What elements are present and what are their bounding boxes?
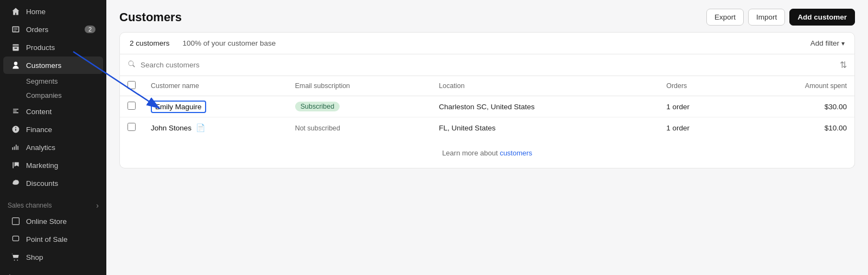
add-customer-button[interactable]: Add customer — [789, 9, 855, 26]
orders-icon — [11, 24, 21, 34]
location-cell: Charleston SC, United States — [431, 96, 659, 117]
apps-section: Apps › Flow Avada SEO Suite SEOon Blog — [0, 266, 106, 275]
amount-cell: $10.00 — [737, 117, 854, 139]
learn-more-section: Learn more about customers — [120, 138, 854, 168]
customers-table: Customer name Email subscription Locatio… — [120, 76, 854, 138]
marketing-icon — [11, 160, 21, 170]
sidebar-item-segments[interactable]: Segments — [3, 74, 103, 88]
sidebar: Home Orders 2 Products Customers Segment… — [0, 0, 106, 275]
row-checkbox-0[interactable] — [127, 102, 136, 110]
sidebar-item-analytics[interactable]: Analytics — [3, 139, 103, 156]
col-location: Location — [431, 76, 659, 96]
table-row: John Stones📄Not subscribedFL, United Sta… — [120, 117, 854, 139]
subscription-cell: Not subscribed — [288, 117, 431, 139]
orders-cell: 1 order — [659, 117, 737, 139]
col-customer-name: Customer name — [143, 76, 288, 96]
search-bar: ⇅ — [120, 54, 854, 76]
online-store-icon — [11, 216, 21, 226]
svg-point-3 — [17, 260, 18, 261]
table-header-row: Customer name Email subscription Locatio… — [120, 76, 854, 96]
sidebar-item-customers[interactable]: Customers — [3, 57, 103, 74]
sidebar-item-products[interactable]: Products — [3, 39, 103, 56]
add-filter-button[interactable]: Add filter ▾ — [810, 39, 845, 47]
sidebar-item-discounts[interactable]: Discounts — [3, 174, 103, 192]
search-input[interactable] — [141, 61, 835, 69]
sales-channels-header: Sales channels › — [0, 195, 106, 212]
analytics-icon — [11, 142, 21, 152]
topbar-actions: Export Import Add customer — [706, 9, 855, 26]
svg-rect-1 — [12, 236, 18, 241]
orders-badge: 2 — [85, 26, 95, 33]
select-all-checkbox[interactable] — [127, 81, 136, 89]
row-checkbox-1[interactable] — [127, 123, 136, 131]
subscribed-badge: Subscribed — [295, 102, 340, 111]
sidebar-item-companies[interactable]: Companies — [3, 89, 103, 102]
orders-cell: 1 order — [659, 96, 737, 117]
customer-name-cell: Emily Maguire — [143, 96, 288, 117]
shop-icon — [11, 252, 21, 262]
header-checkbox-cell — [120, 76, 143, 96]
customers-icon — [11, 60, 21, 70]
sidebar-item-online-store[interactable]: Online Store — [3, 212, 103, 230]
discounts-icon — [11, 178, 21, 188]
pos-icon — [11, 234, 21, 244]
col-email-subscription: Email subscription — [288, 76, 431, 96]
apps-section-header: Apps › — [0, 266, 106, 275]
page-title: Customers — [119, 10, 182, 24]
location-cell: FL, United States — [431, 117, 659, 139]
table-row: Emily MaguireSubscribedCharleston SC, Un… — [120, 96, 854, 117]
sidebar-item-content[interactable]: Content — [3, 103, 103, 120]
note-icon: 📄 — [196, 123, 205, 132]
highlighted-customer-name[interactable]: Emily Maguire — [151, 101, 206, 113]
customer-name-cell: John Stones📄 — [143, 117, 288, 139]
sidebar-item-marketing[interactable]: Marketing — [3, 157, 103, 174]
apps-chevron[interactable]: › — [96, 273, 99, 275]
products-icon — [11, 42, 21, 52]
topbar: Customers Export Import Add customer — [106, 0, 868, 32]
sidebar-item-shop[interactable]: Shop — [3, 248, 103, 266]
sidebar-item-point-of-sale[interactable]: Point of Sale — [3, 230, 103, 248]
customer-count: 2 customers — [130, 39, 170, 47]
main-nav: Home Orders 2 Products Customers Segment… — [0, 0, 106, 195]
svg-rect-0 — [12, 218, 20, 225]
subscription-cell: Subscribed — [288, 96, 431, 117]
customers-learn-more-link[interactable]: customers — [500, 149, 532, 157]
main-content: Customers Export Import Add customer 2 c… — [106, 0, 868, 275]
customer-name-link[interactable]: John Stones — [151, 124, 192, 132]
sales-channels-chevron[interactable]: › — [96, 201, 99, 210]
svg-point-2 — [14, 260, 15, 261]
home-icon — [11, 7, 21, 16]
sort-icon[interactable]: ⇅ — [840, 60, 847, 70]
content-icon — [11, 107, 21, 116]
sidebar-item-orders[interactable]: Orders 2 — [3, 21, 103, 38]
filter-chevron-icon: ▾ — [841, 40, 845, 47]
export-button[interactable]: Export — [706, 9, 744, 26]
not-subscribed-label: Not subscribed — [295, 124, 340, 132]
amount-cell: $30.00 — [737, 96, 854, 117]
finance-icon — [11, 124, 21, 134]
import-button[interactable]: Import — [748, 9, 785, 26]
sidebar-item-home[interactable]: Home — [3, 3, 103, 20]
content-area: 2 customers 100% of your customer base A… — [106, 32, 868, 275]
summary-bar: 2 customers 100% of your customer base A… — [119, 32, 855, 54]
col-orders: Orders — [659, 76, 737, 96]
sales-channels-section: Sales channels › Online Store Point of S… — [0, 195, 106, 266]
sidebar-item-finance[interactable]: Finance — [3, 121, 103, 138]
search-icon — [127, 60, 136, 70]
customer-percentage: 100% of your customer base — [183, 39, 276, 47]
col-amount-spent: Amount spent — [737, 76, 854, 96]
customers-table-container: ⇅ Customer name Email subscription Locat… — [119, 54, 855, 168]
